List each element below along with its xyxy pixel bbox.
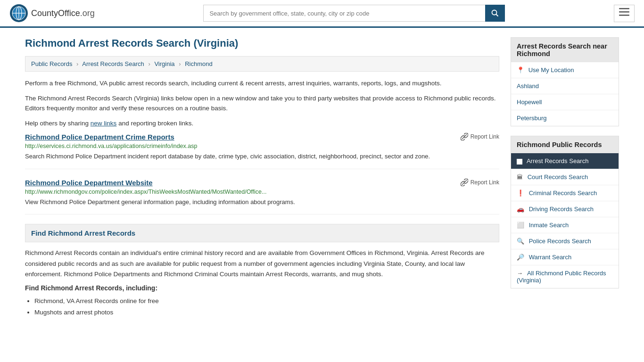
use-my-location-link[interactable]: Use My Location xyxy=(528,66,574,74)
svg-line-6 xyxy=(496,15,498,16)
report-link-btn-2[interactable]: Report Link xyxy=(461,179,499,186)
search-button[interactable] xyxy=(485,5,505,22)
arrow-icon: → xyxy=(517,270,523,277)
sidebar-near-box: Arrest Records Search near Richmond 📍 Us… xyxy=(511,37,619,126)
svg-rect-8 xyxy=(619,11,629,13)
inmate-search-link[interactable]: Inmate Search xyxy=(529,222,569,229)
svg-line-11 xyxy=(462,180,467,185)
sidebar-item-all-records[interactable]: → All Richmond Public Records (Virginia) xyxy=(511,265,619,288)
list-item-1: Richmond, VA Arrest Records online for f… xyxy=(34,296,499,307)
svg-point-5 xyxy=(492,10,497,15)
criminal-icon: ❗ xyxy=(517,189,524,197)
court-icon: 🏛 xyxy=(517,173,523,181)
police-records-link[interactable]: Police Records Search xyxy=(529,238,591,245)
sidebar-item-court-records[interactable]: 🏛 Court Records Search xyxy=(511,169,619,185)
result-desc-2: View Richmond Police Department general … xyxy=(25,197,499,207)
arrest-records-link[interactable]: Arrest Records Search xyxy=(527,157,589,165)
active-square-icon xyxy=(517,159,522,165)
find-records-subtitle: Find Richmond Arrest Records, including: xyxy=(25,284,499,292)
intro-paragraph-2: The Richmond Arrest Records Search (Virg… xyxy=(25,93,499,114)
page-title: Richmond Arrest Records Search (Virginia… xyxy=(25,37,499,49)
sidebar-item-warrant-search[interactable]: 🔎 Warrant Search xyxy=(511,249,619,265)
driving-icon: 🚗 xyxy=(517,206,524,213)
result-item-2: Richmond Police Department Website Repor… xyxy=(25,179,499,215)
intro-paragraph-1: Perform a free Richmond, VA public arres… xyxy=(25,78,499,89)
criminal-records-link[interactable]: Criminal Records Search xyxy=(529,189,597,197)
sidebar-near-ashland[interactable]: Ashland xyxy=(511,78,619,94)
link-icon-2 xyxy=(461,179,468,186)
find-section-header: Find Richmond Arrest Records xyxy=(25,224,499,242)
sidebar-near-title: Arrest Records Search near Richmond xyxy=(511,38,619,62)
breadcrumb: Public Records › Arrest Records Search ›… xyxy=(25,56,499,72)
all-records-link[interactable]: All Richmond Public Records (Virginia) xyxy=(517,270,606,284)
hopewell-link[interactable]: Hopewell xyxy=(517,99,542,106)
find-records-list: Richmond, VA Arrest Records online for f… xyxy=(25,296,499,319)
driving-records-link[interactable]: Driving Records Search xyxy=(529,206,594,213)
result-desc-1: Search Richmond Police Department incide… xyxy=(25,152,499,161)
result-url-1: http://eservices.ci.richmond.va.us/appli… xyxy=(25,143,499,149)
result-header-2: Richmond Police Department Website Repor… xyxy=(25,179,499,187)
breadcrumb-arrest-records[interactable]: Arrest Records Search xyxy=(82,60,144,67)
new-links-link[interactable]: new links xyxy=(91,120,117,127)
search-icon xyxy=(491,9,499,17)
logo-icon xyxy=(9,4,28,23)
ashland-link[interactable]: Ashland xyxy=(517,82,539,90)
sidebar-near-hopewell[interactable]: Hopewell xyxy=(511,94,619,110)
police-icon: 🔍 xyxy=(517,238,524,245)
logo: CountyOffice.org xyxy=(9,4,95,23)
inmate-icon: ⬜ xyxy=(517,222,524,229)
location-pin-icon: 📍 xyxy=(517,66,524,74)
report-link-label-2: Report Link xyxy=(471,179,499,186)
svg-rect-9 xyxy=(619,15,629,16)
report-link-label-1: Report Link xyxy=(471,133,499,140)
breadcrumb-public-records[interactable]: Public Records xyxy=(31,60,72,67)
intro-paragraph-3: Help others by sharing new links and rep… xyxy=(25,118,499,129)
sidebar-item-police-records[interactable]: 🔍 Police Records Search xyxy=(511,233,619,249)
sidebar-public-records-box: Richmond Public Records Arrest Records S… xyxy=(511,136,619,288)
sidebar-item-driving-records[interactable]: 🚗 Driving Records Search xyxy=(511,201,619,217)
svg-line-10 xyxy=(462,134,467,139)
sidebar-item-inmate-search[interactable]: ⬜ Inmate Search xyxy=(511,217,619,233)
hamburger-icon xyxy=(619,8,629,16)
report-link-btn-1[interactable]: Report Link xyxy=(461,133,499,140)
sidebar-near-petersburg[interactable]: Petersburg xyxy=(511,110,619,126)
main-layout: Richmond Arrest Records Search (Virginia… xyxy=(16,28,628,328)
list-item-2: Mugshots and arrest photos xyxy=(34,307,499,318)
petersburg-link[interactable]: Petersburg xyxy=(517,115,547,122)
content-area: Richmond Arrest Records Search (Virginia… xyxy=(25,37,499,319)
sidebar-public-records-title: Richmond Public Records xyxy=(511,136,619,153)
sidebar-use-location[interactable]: 📍 Use My Location xyxy=(511,62,619,78)
find-records-text: Richmond Arrest Records contain an indiv… xyxy=(25,248,499,280)
result-title-1[interactable]: Richmond Police Department Crime Reports xyxy=(25,133,174,141)
search-input[interactable] xyxy=(203,5,485,22)
sidebar-item-criminal-records[interactable]: ❗ Criminal Records Search xyxy=(511,185,619,201)
logo-text: CountyOffice.org xyxy=(31,8,95,18)
warrant-search-link[interactable]: Warrant Search xyxy=(529,254,572,261)
svg-rect-7 xyxy=(619,8,629,9)
link-icon-1 xyxy=(461,133,468,140)
search-bar xyxy=(203,5,505,22)
sidebar-item-arrest-records[interactable]: Arrest Records Search xyxy=(511,153,619,169)
sidebar: Arrest Records Search near Richmond 📍 Us… xyxy=(511,37,619,319)
result-title-2[interactable]: Richmond Police Department Website xyxy=(25,179,153,187)
court-records-link[interactable]: Court Records Search xyxy=(528,173,588,181)
hamburger-button[interactable] xyxy=(614,5,635,22)
result-url-2: http://www.richmondgov.com/police/index.… xyxy=(25,189,499,195)
warrant-icon: 🔎 xyxy=(517,254,524,261)
breadcrumb-richmond[interactable]: Richmond xyxy=(185,60,213,67)
site-header: CountyOffice.org xyxy=(0,0,644,28)
result-item-1: Richmond Police Department Crime Reports… xyxy=(25,133,499,169)
result-header-1: Richmond Police Department Crime Reports… xyxy=(25,133,499,141)
breadcrumb-virginia[interactable]: Virginia xyxy=(154,60,174,67)
